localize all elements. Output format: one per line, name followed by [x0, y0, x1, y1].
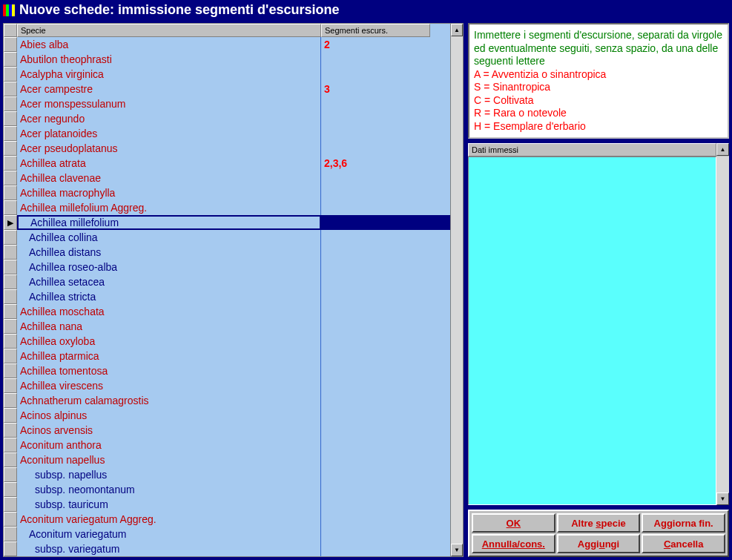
specie-cell[interactable]: subsp. variegatum: [17, 541, 321, 556]
row-selector[interactable]: [4, 438, 17, 452]
table-row[interactable]: Achillea macrophylla: [17, 185, 450, 200]
row-selector[interactable]: [4, 82, 17, 96]
row-selector-header[interactable]: [4, 24, 17, 37]
segmenti-cell[interactable]: [321, 423, 430, 438]
species-grid[interactable]: ▶ Specie Segmenti escurs. Abies alba2Abu…: [3, 23, 464, 557]
segmenti-cell[interactable]: [321, 245, 430, 260]
table-row[interactable]: Aconitum anthora: [17, 438, 450, 452]
segmenti-cell[interactable]: [321, 141, 430, 156]
row-selector[interactable]: [4, 349, 17, 363]
scroll-track[interactable]: [451, 36, 463, 544]
table-row[interactable]: subsp. napellus: [17, 467, 450, 482]
table-row[interactable]: Achillea ptarmica: [17, 349, 450, 363]
segmenti-cell[interactable]: [321, 467, 430, 482]
segmenti-cell[interactable]: [321, 52, 430, 67]
dati-scroll-up[interactable]: ▲: [716, 143, 729, 156]
segmenti-cell[interactable]: [321, 67, 430, 82]
row-selector[interactable]: [4, 156, 17, 171]
table-row[interactable]: Acer monspessulanum: [17, 96, 450, 111]
row-selector[interactable]: [4, 408, 17, 423]
table-row[interactable]: Achillea stricta: [17, 289, 450, 304]
segmenti-cell[interactable]: [321, 497, 430, 512]
altre-specie-button[interactable]: Altre specie: [557, 513, 641, 533]
specie-cell[interactable]: Acer campestre: [17, 82, 321, 96]
segmenti-cell[interactable]: [321, 215, 430, 230]
row-selector[interactable]: [4, 96, 17, 111]
specie-cell[interactable]: Abutilon theophrasti: [17, 52, 321, 67]
specie-cell[interactable]: Achillea collina: [17, 230, 321, 245]
table-row[interactable]: Achillea nana: [17, 319, 450, 334]
table-row[interactable]: Achillea setacea: [17, 274, 450, 289]
segmenti-cell[interactable]: [321, 438, 430, 452]
row-selector[interactable]: [4, 111, 17, 126]
specie-cell[interactable]: Achillea millefolium Aggreg.: [17, 200, 321, 215]
row-selector[interactable]: [4, 527, 17, 541]
table-row[interactable]: Aconitum napellus: [17, 452, 450, 467]
row-selector[interactable]: [4, 393, 17, 408]
segmenti-cell[interactable]: [321, 452, 430, 467]
row-selector[interactable]: [4, 467, 17, 482]
row-selector[interactable]: [4, 304, 17, 319]
segmenti-cell[interactable]: [321, 260, 430, 274]
segmenti-cell[interactable]: [321, 274, 430, 289]
row-selector[interactable]: ▶: [4, 215, 17, 230]
table-row[interactable]: Achillea millefolium Aggreg.: [17, 200, 450, 215]
specie-cell[interactable]: Acer pseudoplatanus: [17, 141, 321, 156]
row-selector[interactable]: [4, 141, 17, 156]
row-selector[interactable]: [4, 200, 17, 215]
column-header-specie[interactable]: Specie: [17, 24, 321, 37]
segmenti-cell[interactable]: [321, 512, 430, 527]
segmenti-cell[interactable]: [321, 230, 430, 245]
table-row[interactable]: Achillea moschata: [17, 304, 450, 319]
specie-cell[interactable]: Acer monspessulanum: [17, 96, 321, 111]
specie-cell[interactable]: Achillea millefolium: [17, 215, 321, 230]
table-row[interactable]: Achnatherum calamagrostis: [17, 393, 450, 408]
row-selector[interactable]: [4, 289, 17, 304]
specie-cell[interactable]: Aconitum anthora: [17, 438, 321, 452]
table-row[interactable]: Achillea clavenae: [17, 171, 450, 185]
row-selector[interactable]: [4, 378, 17, 393]
specie-cell[interactable]: Achillea oxyloba: [17, 334, 321, 349]
segmenti-cell[interactable]: 2,3,6: [321, 156, 430, 171]
specie-cell[interactable]: Acinos alpinus: [17, 408, 321, 423]
aggiungi-button[interactable]: Aggiungi: [557, 534, 641, 553]
row-selector[interactable]: [4, 67, 17, 82]
specie-cell[interactable]: Achillea atrata: [17, 156, 321, 171]
specie-cell[interactable]: Acinos arvensis: [17, 423, 321, 438]
row-selector[interactable]: [4, 512, 17, 527]
row-selector[interactable]: [4, 274, 17, 289]
specie-cell[interactable]: Achillea roseo-alba: [17, 260, 321, 274]
row-selector[interactable]: [4, 52, 17, 67]
row-selector[interactable]: [4, 260, 17, 274]
specie-cell[interactable]: Achillea virescens: [17, 378, 321, 393]
column-header-segmenti[interactable]: Segmenti escurs.: [321, 24, 430, 37]
dati-scroll-down[interactable]: ▼: [716, 493, 729, 505]
segmenti-cell[interactable]: [321, 200, 430, 215]
segmenti-cell[interactable]: [321, 541, 430, 556]
specie-cell[interactable]: subsp. neomontanum: [17, 482, 321, 497]
specie-cell[interactable]: Aconitum napellus: [17, 452, 321, 467]
row-selector[interactable]: [4, 185, 17, 200]
table-row[interactable]: Acinos alpinus: [17, 408, 450, 423]
segmenti-cell[interactable]: [321, 334, 430, 349]
specie-cell[interactable]: Achnatherum calamagrostis: [17, 393, 321, 408]
specie-cell[interactable]: Achillea moschata: [17, 304, 321, 319]
segmenti-cell[interactable]: [321, 185, 430, 200]
segmenti-cell[interactable]: [321, 393, 430, 408]
table-row[interactable]: Achillea roseo-alba: [17, 260, 450, 274]
table-row[interactable]: Acinos arvensis: [17, 423, 450, 438]
row-selector[interactable]: [4, 245, 17, 260]
table-row[interactable]: Achillea atrata2,3,6: [17, 156, 450, 171]
table-row[interactable]: Aconitum variegatum: [17, 527, 450, 541]
table-row[interactable]: Abutilon theophrasti: [17, 52, 450, 67]
row-selector[interactable]: [4, 37, 17, 52]
segmenti-cell[interactable]: [321, 408, 430, 423]
segmenti-cell[interactable]: [321, 289, 430, 304]
row-selector[interactable]: [4, 319, 17, 334]
row-selector[interactable]: [4, 541, 17, 556]
specie-cell[interactable]: Achillea clavenae: [17, 171, 321, 185]
dati-scrollbar[interactable]: ▼: [716, 157, 729, 505]
specie-cell[interactable]: Achillea ptarmica: [17, 349, 321, 363]
titlebar[interactable]: Nuove schede: immissione segmenti d'escu…: [0, 0, 732, 20]
table-row[interactable]: Acalypha virginica: [17, 67, 450, 82]
